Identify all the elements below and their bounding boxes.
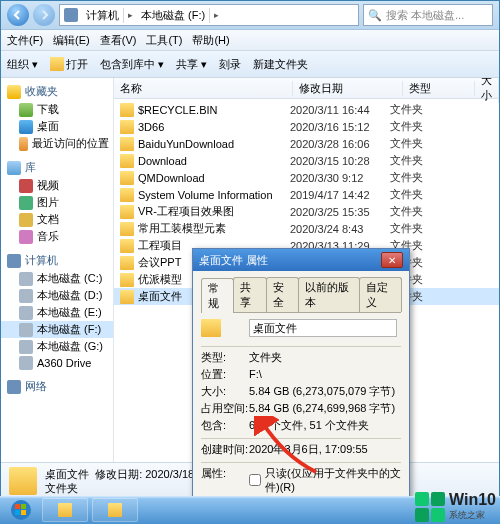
svg-rect-4 [21, 510, 26, 515]
label-created: 创建时间: [201, 442, 249, 456]
folder-icon [120, 188, 134, 202]
dialog-body: 常规 共享 安全 以前的版本 自定义 类型:文件夹 位置:F:\ 大小:5.84… [193, 271, 409, 519]
tab-custom[interactable]: 自定义 [359, 277, 402, 312]
breadcrumb[interactable]: 计算机▸ 本地磁盘 (F:)▸ [59, 4, 359, 26]
new-folder-button[interactable]: 新建文件夹 [253, 57, 308, 72]
search-placeholder: 搜索 本地磁盘... [386, 8, 464, 23]
address-bar-row: 计算机▸ 本地磁盘 (F:)▸ 🔍 搜索 本地磁盘... [1, 1, 499, 30]
tab-security[interactable]: 安全 [266, 277, 299, 312]
table-row[interactable]: $RECYCLE.BIN2020/3/11 16:44文件夹 [114, 101, 499, 118]
menu-view[interactable]: 查看(V) [100, 33, 137, 48]
col-name[interactable]: 名称 [114, 81, 293, 96]
folder-icon [120, 256, 134, 270]
watermark: Win10 系统之家 [415, 491, 496, 522]
menu-bar: 文件(F) 编辑(E) 查看(V) 工具(T) 帮助(H) [1, 30, 499, 51]
menu-help[interactable]: 帮助(H) [192, 33, 229, 48]
folder-icon [120, 120, 134, 134]
include-button[interactable]: 包含到库中 ▾ [100, 57, 164, 72]
library-icon [7, 161, 21, 175]
sidebar-drive-g[interactable]: 本地磁盘 (G:) [1, 338, 113, 355]
sidebar-drive-f[interactable]: 本地磁盘 (F:) [1, 321, 113, 338]
sidebar-item-recent[interactable]: 最近访问的位置 [1, 135, 113, 152]
value-created: 2020年3月6日, 17:09:55 [249, 442, 401, 456]
folder-icon [120, 171, 134, 185]
folder-icon [120, 205, 134, 219]
open-button[interactable]: 打开 [50, 57, 88, 72]
share-button[interactable]: 共享 ▾ [176, 57, 207, 72]
folder-icon [120, 154, 134, 168]
tab-general[interactable]: 常规 [201, 278, 234, 313]
burn-button[interactable]: 刻录 [219, 57, 241, 72]
dialog-title: 桌面文件 属性 [199, 253, 268, 268]
start-button[interactable] [4, 498, 38, 522]
computer-icon [7, 254, 21, 268]
explorer-icon [108, 503, 122, 517]
sidebar-a360[interactable]: A360 Drive [1, 355, 113, 371]
music-icon [19, 230, 33, 244]
favorites-header[interactable]: 收藏夹 [1, 82, 113, 101]
value-contains: 687 个文件, 51 个文件夹 [249, 418, 401, 432]
col-type[interactable]: 类型 [403, 81, 475, 96]
properties-dialog: 桌面文件 属性 ✕ 常规 共享 安全 以前的版本 自定义 类型:文件夹 位置:F… [192, 248, 410, 520]
tab-share[interactable]: 共享 [233, 277, 266, 312]
tab-prev[interactable]: 以前的版本 [298, 277, 360, 312]
video-icon [19, 179, 33, 193]
breadcrumb-seg[interactable]: 计算机 [82, 8, 124, 23]
label-contains: 包含: [201, 418, 249, 432]
sidebar-item-videos[interactable]: 视频 [1, 177, 113, 194]
menu-edit[interactable]: 编辑(E) [53, 33, 90, 48]
sidebar-drive-d[interactable]: 本地磁盘 (D:) [1, 287, 113, 304]
table-row[interactable]: QMDownload2020/3/30 9:12文件夹 [114, 169, 499, 186]
col-size[interactable]: 大小 [475, 78, 499, 103]
col-date[interactable]: 修改日期 [293, 81, 404, 96]
libraries-header[interactable]: 库 [1, 158, 113, 177]
computer-icon [64, 8, 78, 22]
breadcrumb-seg[interactable]: 本地磁盘 (F:) [137, 8, 210, 23]
readonly-checkbox[interactable]: 只读(仅应用于文件夹中的文件)(R) [249, 466, 401, 494]
folder-name-input[interactable] [249, 319, 397, 337]
menu-tools[interactable]: 工具(T) [146, 33, 182, 48]
label-attrs: 属性: [201, 466, 249, 480]
sidebar-item-downloads[interactable]: 下载 [1, 101, 113, 118]
star-icon [7, 85, 21, 99]
sidebar-drive-c[interactable]: 本地磁盘 (C:) [1, 270, 113, 287]
table-row[interactable]: System Volume Information2019/4/17 14:42… [114, 186, 499, 203]
back-button[interactable] [7, 4, 29, 26]
sidebar-item-music[interactable]: 音乐 [1, 228, 113, 245]
command-bar: 组织 ▾ 打开 包含到库中 ▾ 共享 ▾ 刻录 新建文件夹 [1, 51, 499, 78]
desktop-icon [19, 120, 33, 134]
table-row[interactable]: 3D662020/3/16 15:12文件夹 [114, 118, 499, 135]
network-header[interactable]: 网络 [1, 377, 113, 396]
forward-button[interactable] [33, 4, 55, 26]
computer-header[interactable]: 计算机 [1, 251, 113, 270]
organize-button[interactable]: 组织 ▾ [7, 57, 38, 72]
table-row[interactable]: VR-工程项目效果图2020/3/25 15:35文件夹 [114, 203, 499, 220]
label-size: 大小: [201, 384, 249, 398]
taskbar-item[interactable] [42, 498, 88, 522]
watermark-brand: Win10 [449, 491, 496, 508]
sidebar-item-documents[interactable]: 文档 [1, 211, 113, 228]
folder-icon [120, 137, 134, 151]
sidebar-item-desktop[interactable]: 桌面 [1, 118, 113, 135]
value-type: 文件夹 [249, 350, 401, 364]
table-row[interactable]: 常用工装模型元素2020/3/24 8:43文件夹 [114, 220, 499, 237]
folder-icon [9, 467, 37, 495]
folder-icon [201, 319, 221, 337]
recent-icon [19, 137, 28, 151]
search-box[interactable]: 🔍 搜索 本地磁盘... [363, 4, 493, 26]
folder-icon [120, 239, 134, 253]
menu-file[interactable]: 文件(F) [7, 33, 43, 48]
table-row[interactable]: BaiduYunDownload2020/3/28 16:06文件夹 [114, 135, 499, 152]
sidebar-drive-e[interactable]: 本地磁盘 (E:) [1, 304, 113, 321]
taskbar-item[interactable] [92, 498, 138, 522]
sidebar-item-pictures[interactable]: 图片 [1, 194, 113, 211]
table-row[interactable]: Download2020/3/15 10:28文件夹 [114, 152, 499, 169]
explorer-icon [58, 503, 72, 517]
folder-icon [120, 273, 134, 287]
svg-rect-3 [15, 510, 20, 515]
close-button[interactable]: ✕ [381, 252, 403, 268]
label-type: 类型: [201, 350, 249, 364]
open-icon [50, 57, 64, 71]
dialog-titlebar[interactable]: 桌面文件 属性 ✕ [193, 249, 409, 271]
watermark-sub: 系统之家 [449, 509, 496, 522]
